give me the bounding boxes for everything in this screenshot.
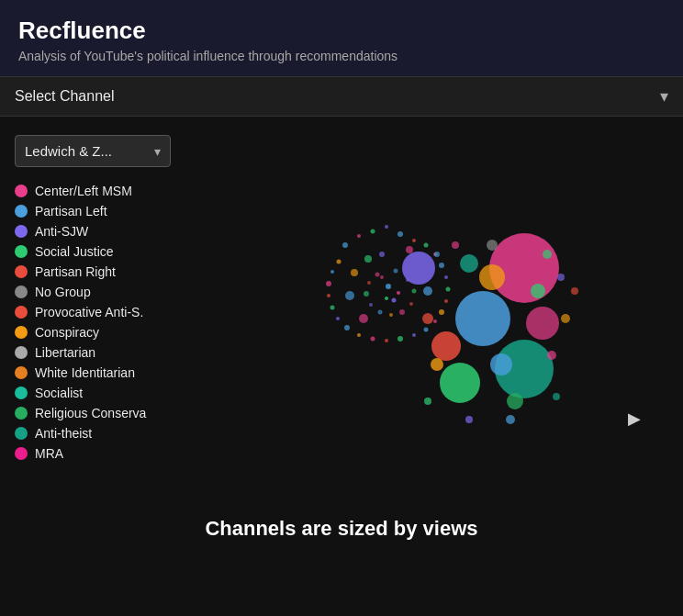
- legend-item-anti-sjw: Anti-SJW: [15, 224, 198, 239]
- svg-point-27: [337, 260, 342, 264]
- svg-point-42: [392, 298, 397, 303]
- svg-point-73: [364, 255, 372, 263]
- legend-item-mra: MRA: [15, 446, 198, 461]
- svg-point-16: [412, 333, 416, 337]
- header: Recfluence Analysis of YouTube's politic…: [0, 0, 683, 77]
- legend-label-no-group: No Group: [35, 285, 91, 299]
- svg-point-56: [431, 358, 443, 371]
- svg-point-54: [531, 284, 545, 298]
- svg-point-49: [431, 331, 461, 361]
- channel-dropdown[interactable]: Ledwich & Z... ▾: [15, 135, 171, 167]
- svg-point-13: [439, 309, 444, 315]
- svg-point-23: [330, 306, 335, 310]
- svg-point-31: [412, 289, 417, 294]
- svg-point-1: [342, 242, 348, 248]
- legend-item-no-group: No Group: [15, 285, 198, 299]
- legend-dot-conspiracy: [15, 326, 28, 339]
- legend-item-partisan-right: Partisan Right: [15, 264, 198, 279]
- svg-point-39: [375, 273, 380, 277]
- svg-point-65: [452, 241, 459, 249]
- legend-label-white-identitarian: White Identitarian: [35, 365, 135, 380]
- legend-item-religious-conserva: Religious Conserva: [15, 406, 198, 420]
- svg-point-2: [357, 234, 361, 238]
- svg-point-19: [371, 337, 375, 342]
- legend-item-white-identitarian: White Identitarian: [15, 365, 198, 380]
- visualization-area: ▶: [198, 135, 668, 502]
- svg-point-21: [344, 325, 350, 330]
- app-title: Recfluence: [18, 17, 665, 45]
- svg-point-52: [460, 254, 478, 273]
- svg-point-6: [412, 239, 416, 242]
- legend-item-anti-theist: Anti-theist: [15, 426, 198, 441]
- legend-item-conspiracy: Conspiracy: [15, 325, 198, 340]
- svg-point-66: [434, 252, 440, 257]
- svg-point-32: [409, 302, 413, 306]
- legend-dot-partisan-right: [15, 265, 28, 278]
- svg-point-57: [487, 240, 498, 251]
- legend-dot-social-justice: [15, 245, 28, 258]
- svg-point-68: [557, 274, 565, 281]
- legend-label-provocative-anti-s: Provocative Anti-S.: [35, 305, 143, 319]
- legend-item-libertarian: Libertarian: [15, 345, 198, 360]
- legend-dot-mra: [15, 447, 28, 460]
- channel-dropdown-arrow-icon: ▾: [154, 144, 161, 159]
- svg-point-69: [422, 313, 433, 324]
- svg-point-5: [397, 231, 403, 237]
- cursor-indicator: ▶: [628, 409, 641, 429]
- svg-point-55: [507, 393, 523, 409]
- svg-point-11: [446, 287, 451, 292]
- legend-dot-socialist: [15, 386, 28, 399]
- svg-point-58: [547, 351, 556, 360]
- legend-label-partisan-right: Partisan Right: [35, 264, 116, 279]
- svg-point-4: [385, 225, 388, 229]
- svg-point-28: [380, 275, 384, 279]
- legend-label-conspiracy: Conspiracy: [35, 325, 99, 340]
- svg-point-53: [490, 353, 512, 375]
- svg-point-61: [424, 398, 431, 405]
- legend-label-mra: MRA: [35, 446, 63, 461]
- svg-point-41: [397, 291, 400, 295]
- legend-label-socialist: Socialist: [35, 386, 83, 400]
- left-panel: Ledwich & Z... ▾ Center/Left MSMPartisan…: [15, 135, 198, 502]
- legend-dot-anti-theist: [15, 427, 28, 440]
- legend-dot-partisan-left: [15, 205, 28, 218]
- legend-label-partisan-left: Partisan Left: [35, 204, 107, 218]
- legend-item-center-left-msm: Center/Left MSM: [15, 184, 198, 198]
- svg-point-20: [357, 333, 361, 337]
- select-channel-bar[interactable]: Select Channel ▾: [0, 77, 683, 117]
- svg-point-76: [423, 286, 432, 296]
- svg-point-9: [439, 263, 444, 268]
- bubble-chart: [198, 135, 584, 465]
- svg-point-70: [359, 314, 368, 323]
- channel-dropdown-label: Ledwich & Z...: [25, 143, 149, 159]
- svg-point-24: [327, 294, 330, 297]
- svg-point-62: [553, 393, 560, 400]
- legend-label-religious-conserva: Religious Conserva: [35, 406, 146, 420]
- select-channel-label: Select Channel: [15, 88, 115, 105]
- legend-label-anti-sjw: Anti-SJW: [35, 224, 88, 239]
- legend-list: Center/Left MSMPartisan LeftAnti-SJWSoci…: [15, 184, 198, 461]
- svg-point-33: [399, 309, 405, 315]
- svg-point-22: [336, 317, 340, 320]
- svg-point-48: [402, 252, 435, 285]
- svg-point-63: [561, 314, 570, 323]
- svg-point-64: [571, 287, 578, 295]
- legend-label-social-justice: Social Justice: [35, 244, 114, 259]
- legend-label-anti-theist: Anti-theist: [35, 426, 92, 441]
- svg-point-59: [506, 415, 515, 424]
- svg-point-10: [444, 275, 448, 279]
- svg-point-12: [444, 299, 448, 303]
- svg-point-72: [351, 269, 358, 276]
- svg-point-38: [367, 281, 371, 285]
- svg-point-14: [433, 319, 437, 323]
- legend-dot-no-group: [15, 286, 28, 298]
- svg-point-75: [406, 246, 413, 253]
- legend-item-social-justice: Social Justice: [15, 244, 198, 259]
- svg-point-37: [364, 291, 369, 297]
- main-content: Ledwich & Z... ▾ Center/Left MSMPartisan…: [0, 117, 683, 502]
- svg-point-45: [455, 291, 510, 346]
- svg-point-17: [397, 336, 403, 342]
- svg-point-71: [345, 291, 354, 300]
- svg-point-40: [386, 284, 391, 289]
- svg-point-67: [543, 250, 552, 259]
